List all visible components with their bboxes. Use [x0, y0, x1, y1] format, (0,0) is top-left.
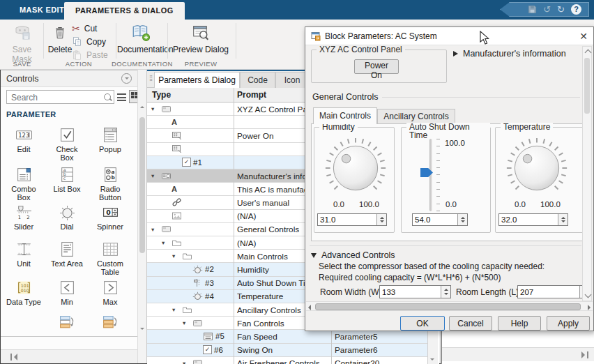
control-item-data-type[interactable]: 101010Data Type: [3, 279, 44, 314]
ok-button[interactable]: OK: [400, 316, 445, 331]
type-column-header[interactable]: Type: [152, 90, 171, 100]
control-item-min[interactable]: Min: [47, 279, 87, 314]
panel-collapse-icon[interactable]: [121, 73, 132, 84]
tree-collapse-arrow-icon[interactable]: ▾: [183, 360, 190, 364]
manufacturer-info-section[interactable]: Manufacturer's information: [453, 49, 566, 59]
cancel-button[interactable]: Cancel: [449, 316, 492, 331]
room-length-input[interactable]: [518, 286, 579, 298]
table-row[interactable]: ▾Air Freshener ControlsContainer20: [147, 357, 427, 364]
undo-icon[interactable]: ↺: [543, 5, 551, 14]
table-row[interactable]: #5Fan SpeedParameter5: [147, 330, 427, 343]
tree-collapse-arrow-icon[interactable]: ▾: [183, 319, 190, 326]
temperature-value-input[interactable]: [499, 214, 558, 225]
controls-horizontal-scrollbar[interactable]: [1, 349, 137, 363]
control-item-max[interactable]: Max: [90, 279, 130, 314]
tab-code[interactable]: Code: [240, 72, 275, 88]
prompt-column-header[interactable]: Prompt: [237, 90, 266, 100]
preview-horizontal-scrollbar[interactable]: [442, 347, 594, 361]
search-input[interactable]: [10, 91, 102, 104]
tree-collapse-arrow-icon[interactable]: ▾: [172, 306, 180, 313]
tree-collapse-arrow-icon[interactable]: ▾: [162, 239, 169, 246]
help-button[interactable]: Help: [498, 316, 541, 331]
tree-collapse-arrow-icon[interactable]: ▾: [172, 252, 180, 259]
save-icon[interactable]: [528, 5, 537, 14]
humidity-value-input[interactable]: [318, 214, 376, 225]
scroll-right-icon[interactable]: [588, 305, 591, 310]
table-row[interactable]: ✓#6Swing OnParameter6: [147, 344, 427, 357]
controls-vertical-scrollbar[interactable]: [137, 70, 147, 363]
dialog-vertical-scrollbar[interactable]: [582, 46, 592, 301]
name-cell[interactable]: Parameter5: [335, 332, 424, 342]
copy-button[interactable]: Copy: [72, 36, 106, 48]
control-item-list-box[interactable]: abcList Box: [47, 166, 87, 204]
documentation-button[interactable]: Documentation: [117, 22, 165, 54]
drag-handle-icon[interactable]: ⁞⁞: [149, 74, 152, 82]
column-divider[interactable]: [234, 88, 234, 364]
control-item-spinner[interactable]: 0Spinner: [90, 204, 130, 241]
control-item-check-box[interactable]: Check Box: [47, 126, 87, 166]
tree-collapse-arrow-icon[interactable]: ▾: [151, 105, 159, 112]
delete-button[interactable]: Delete: [46, 22, 74, 54]
link-type-icon: [172, 198, 182, 207]
control-item-label: Edit: [17, 145, 31, 153]
control-item-promote-all[interactable]: [90, 314, 130, 342]
tree-collapse-arrow-icon[interactable]: ▾: [151, 226, 159, 233]
group-divider: [236, 23, 236, 59]
list-view-icon[interactable]: [117, 93, 126, 101]
close-icon[interactable]: ✕: [579, 31, 588, 41]
spinner-buttons-icon[interactable]: [558, 214, 568, 225]
name-cell[interactable]: Container20: [335, 358, 424, 364]
dialog-horizontal-scrollbar[interactable]: [306, 301, 593, 311]
control-item-promote[interactable]: [47, 314, 87, 342]
prompt-cell[interactable]: Air Freshener Controls: [237, 358, 330, 364]
tab-parameters-dialog[interactable]: PARAMETERS & DIALOG: [64, 2, 185, 20]
scrollbar-thumb[interactable]: [139, 117, 145, 253]
tree-collapse-arrow-icon[interactable]: ▾: [151, 172, 159, 179]
control-item-popup[interactable]: Popup: [90, 126, 130, 166]
scroll-down-icon[interactable]: [140, 328, 144, 330]
power-on-button[interactable]: Power On: [354, 59, 399, 74]
scroll-left-icon[interactable]: [308, 305, 311, 310]
room-width-input[interactable]: [380, 286, 441, 298]
advanced-controls-section[interactable]: Advanced Controls: [311, 250, 395, 260]
scrollbar-thumb[interactable]: [315, 303, 581, 310]
prompt-cell[interactable]: Fan Speed: [237, 332, 330, 342]
main-controls-tab-panel: Humidity 0.0 100.0 Auto Shut Down Time 1…: [311, 123, 584, 241]
dialog-title-bar[interactable]: Block Parameters: AC System ✕: [305, 27, 593, 45]
control-item-radio-button[interactable]: abRadio Button: [90, 166, 130, 204]
parameter-id: #6: [214, 346, 223, 354]
scroll-up-icon[interactable]: [584, 50, 591, 56]
control-item-slider[interactable]: 12Slider: [3, 204, 44, 241]
humidity-dial[interactable]: [323, 136, 388, 200]
preview-dialog-button[interactable]: Preview Dialog: [170, 22, 231, 54]
tab-parameters-and-dialog[interactable]: Parameters & Dialog: [154, 72, 240, 89]
scroll-left-icon[interactable]: [10, 354, 20, 361]
name-cell[interactable]: Parameter6: [335, 345, 424, 355]
control-item-combo-box[interactable]: Combo Box: [3, 166, 44, 204]
tab-main-controls[interactable]: Main Controls: [313, 107, 377, 124]
save-mask-button[interactable]: Save Mask: [3, 22, 40, 64]
spinner-buttons-icon[interactable]: [376, 214, 386, 225]
temperature-dial[interactable]: [505, 136, 569, 200]
scissors-icon: ✂: [72, 23, 80, 34]
control-item-custom-table[interactable]: Custom Table: [90, 241, 130, 279]
control-item-text-area[interactable]: Text Area: [47, 241, 87, 279]
spinner-buttons-icon[interactable]: [457, 214, 467, 225]
prompt-cell[interactable]: Swing On: [237, 345, 330, 355]
scroll-right-icon[interactable]: [579, 351, 588, 358]
help-icon[interactable]: ?: [571, 4, 581, 15]
scroll-down-icon[interactable]: [430, 358, 434, 361]
tab-icon[interactable]: Icon: [275, 72, 309, 88]
auto-shut-down-value-input[interactable]: [413, 214, 457, 225]
group-title: XYZ AC Control Panel: [317, 45, 405, 54]
cut-button[interactable]: ✂ Cut: [72, 22, 97, 35]
control-item-dial[interactable]: Dial: [47, 204, 87, 241]
scroll-up-icon[interactable]: [140, 106, 144, 108]
control-item-edit[interactable]: 123Edit: [3, 126, 44, 166]
scroll-down-icon[interactable]: [584, 291, 591, 298]
spinner-buttons-icon[interactable]: [441, 286, 450, 298]
scrollbar-thumb[interactable]: [584, 58, 590, 114]
apply-button[interactable]: Apply: [547, 316, 590, 331]
redo-icon[interactable]: ↻: [557, 5, 565, 14]
control-item-unit[interactable]: Unit: [3, 241, 44, 279]
